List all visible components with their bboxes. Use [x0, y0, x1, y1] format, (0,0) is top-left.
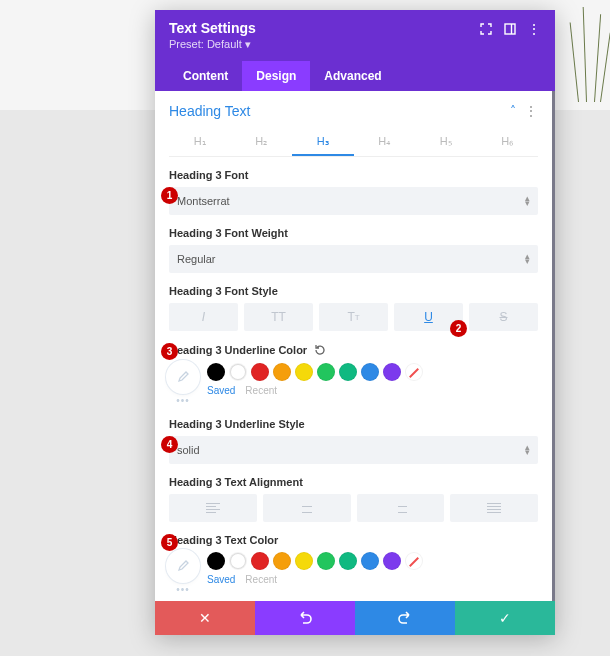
font-select[interactable]: Montserrat ▴▾ [169, 187, 538, 215]
align-center[interactable] [263, 494, 351, 522]
heading-tab-h5[interactable]: H₅ [415, 129, 477, 156]
swatch-black[interactable] [207, 552, 225, 570]
svg-rect-0 [505, 24, 515, 34]
swatch-yellow[interactable] [295, 552, 313, 570]
style-underline[interactable]: U 2 [394, 303, 463, 331]
callout-2: 2 [450, 320, 467, 337]
swatch-blue[interactable] [361, 363, 379, 381]
heading-tab-h3[interactable]: H₃ [292, 129, 354, 156]
updown-icon: ▴▾ [525, 254, 530, 264]
label-weight: Heading 3 Font Weight [169, 227, 538, 239]
field-text-color: Heading 3 Text Color ••• 5 [169, 534, 538, 595]
label-font-style: Heading 3 Font Style [169, 285, 538, 297]
field-alignment: Heading 3 Text Alignment [169, 476, 538, 522]
swatch-green[interactable] [317, 552, 335, 570]
underline-style-select[interactable]: solid ▴▾ [169, 436, 538, 464]
color-picker-button[interactable] [169, 363, 197, 391]
style-smallcaps[interactable]: TT [319, 303, 388, 331]
swatch-red[interactable] [251, 552, 269, 570]
redo-button[interactable] [355, 601, 455, 635]
callout-5: 5 [161, 534, 178, 551]
heading-tab-h4[interactable]: H₄ [354, 129, 416, 156]
field-weight: Heading 3 Font Weight Regular ▴▾ [169, 227, 538, 273]
section-title: Heading Text [169, 103, 250, 119]
swatch-purple[interactable] [383, 363, 401, 381]
kebab-icon[interactable]: ⋮ [527, 22, 541, 36]
heading-tab-h6[interactable]: H₆ [477, 129, 539, 156]
swatch-orange[interactable] [273, 363, 291, 381]
section-kebab-icon[interactable]: ⋮ [524, 107, 538, 115]
swatch-orange[interactable] [273, 552, 291, 570]
tab-advanced[interactable]: Advanced [310, 61, 395, 91]
panel-footer: ✕ ✓ [155, 601, 555, 635]
swatch-purple[interactable] [383, 552, 401, 570]
field-font-style: Heading 3 Font Style I TT TT U 2 S [169, 285, 538, 331]
callout-1: 1 [161, 187, 178, 204]
align-left[interactable] [169, 494, 257, 522]
chevron-up-icon[interactable]: ˄ [510, 104, 516, 118]
picker-more-icon[interactable]: ••• [169, 395, 197, 406]
swatch-tab-saved[interactable]: Saved [207, 574, 235, 585]
label-underline-style: Heading 3 Underline Style [169, 418, 538, 430]
swatch-white[interactable] [229, 363, 247, 381]
tab-content[interactable]: Content [169, 61, 242, 91]
swatch-black[interactable] [207, 363, 225, 381]
text-color-swatches [207, 552, 538, 570]
callout-4: 4 [161, 436, 178, 453]
swatch-teal[interactable] [339, 552, 357, 570]
label-alignment: Heading 3 Text Alignment [169, 476, 538, 488]
style-italic[interactable]: I [169, 303, 238, 331]
align-justify[interactable] [450, 494, 538, 522]
main-tabs: Content Design Advanced [169, 61, 541, 91]
section-header[interactable]: Heading Text ˄ ⋮ [169, 103, 538, 119]
undo-button[interactable] [255, 601, 355, 635]
updown-icon: ▴▾ [525, 196, 530, 206]
chevron-down-icon: ▾ [245, 38, 251, 50]
swatch-blue[interactable] [361, 552, 379, 570]
swatch-tab-saved[interactable]: Saved [207, 385, 235, 396]
tab-design[interactable]: Design [242, 61, 310, 91]
label-font: Heading 3 Font [169, 169, 538, 181]
style-strikethrough[interactable]: S [469, 303, 538, 331]
swatch-red[interactable] [251, 363, 269, 381]
swatch-none[interactable] [405, 552, 423, 570]
swatch-tab-recent[interactable]: Recent [245, 385, 277, 396]
label-text-color: Heading 3 Text Color [169, 534, 538, 546]
settings-panel: Text Settings Preset: Default ▾ ⋮ Conten… [155, 10, 555, 635]
heading-tab-h1[interactable]: H₁ [169, 129, 231, 156]
panel-toggle-icon[interactable] [503, 22, 517, 36]
style-uppercase[interactable]: TT [244, 303, 313, 331]
panel-title: Text Settings [169, 20, 256, 36]
updown-icon: ▴▾ [525, 445, 530, 455]
reset-icon[interactable] [313, 343, 327, 357]
panel-body: Heading Text ˄ ⋮ H₁ H₂ H₃ H₄ H₅ H₆ Headi… [155, 91, 555, 601]
expand-icon[interactable] [479, 22, 493, 36]
swatch-yellow[interactable] [295, 363, 313, 381]
label-underline-color: Heading 3 Underline Color [169, 344, 307, 356]
swatch-none[interactable] [405, 363, 423, 381]
background-grass [568, 2, 608, 102]
heading-level-tabs: H₁ H₂ H₃ H₄ H₅ H₆ [169, 129, 538, 157]
field-font: Heading 3 Font Montserrat ▴▾ 1 [169, 169, 538, 215]
preset-selector[interactable]: Preset: Default ▾ [169, 38, 256, 51]
swatch-tab-recent[interactable]: Recent [245, 574, 277, 585]
heading-tab-h2[interactable]: H₂ [231, 129, 293, 156]
align-right[interactable] [357, 494, 445, 522]
field-underline-color: Heading 3 Underline Color ••• 3 [169, 343, 538, 406]
callout-3: 3 [161, 343, 178, 360]
picker-more-icon[interactable]: ••• [169, 584, 197, 595]
underline-color-swatches [207, 363, 538, 381]
panel-header: Text Settings Preset: Default ▾ ⋮ Conten… [155, 10, 555, 91]
swatch-green[interactable] [317, 363, 335, 381]
cancel-button[interactable]: ✕ [155, 601, 255, 635]
color-picker-button[interactable] [169, 552, 197, 580]
field-underline-style: Heading 3 Underline Style solid ▴▾ 4 [169, 418, 538, 464]
save-button[interactable]: ✓ [455, 601, 555, 635]
weight-select[interactable]: Regular ▴▾ [169, 245, 538, 273]
swatch-white[interactable] [229, 552, 247, 570]
swatch-teal[interactable] [339, 363, 357, 381]
